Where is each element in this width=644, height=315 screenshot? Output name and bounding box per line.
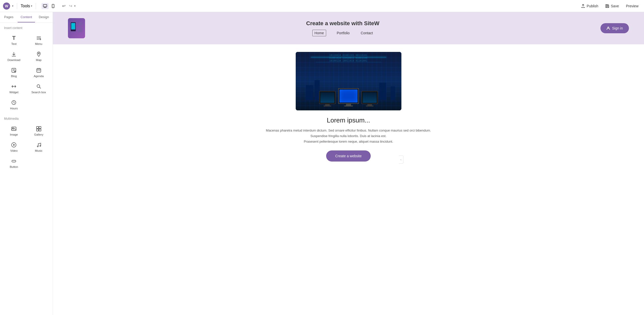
svg-point-23 (37, 85, 40, 87)
svg-rect-32 (36, 129, 39, 131)
text-label: Text (11, 42, 17, 45)
topbar-divider-2 (36, 3, 36, 9)
binary-overlay: 10110010 01001101 00110101 01001010 1101… (296, 54, 401, 62)
main-layout: Pages Content Design Insert content T Te… (0, 12, 644, 315)
topbar-right: Publish Save Preview (579, 3, 641, 9)
sidebar-item-map[interactable]: Map (27, 49, 51, 64)
site-content-title: Lorem ipsum... (327, 116, 370, 124)
tools-label: Tools (21, 4, 30, 8)
tab-content[interactable]: Content (18, 12, 35, 22)
nav-link-contact[interactable]: Contact (360, 30, 373, 36)
save-icon (605, 4, 609, 8)
svg-point-36 (37, 146, 38, 147)
sidebar-item-image[interactable]: Image (2, 123, 26, 139)
site-body: 10110010 01001101 00110101 01001010 1101… (53, 44, 644, 177)
menu-icon (36, 35, 42, 41)
insert-content-grid: T Text Menu Download Map Blog (0, 32, 53, 113)
sidebar-item-gallery[interactable]: Gallery (27, 123, 51, 139)
tools-menu[interactable]: Tools ▾ (21, 4, 32, 8)
site-title: Create a website with SiteW (85, 20, 600, 27)
sidebar-item-music[interactable]: Music (27, 140, 51, 155)
blog-label: Blog (11, 75, 17, 78)
gallery-label: Gallery (34, 133, 43, 136)
music-label: Music (35, 149, 43, 152)
topbar-divider-1 (17, 3, 17, 9)
gallery-icon (36, 126, 42, 132)
tech-image-bg: 10110010 01001101 00110101 01001010 1101… (296, 52, 401, 110)
sidebar-item-button[interactable]: Button (2, 156, 26, 171)
svg-rect-31 (39, 127, 41, 129)
video-icon (11, 142, 17, 148)
topbar: W ▾ Tools ▾ ↩ ↪ ▾ Publish Save Preview (0, 0, 644, 12)
sidebar-item-download[interactable]: Download (2, 49, 26, 64)
svg-point-37 (40, 145, 41, 146)
brand-logo[interactable]: W ▾ (3, 3, 13, 10)
sidebar-item-searchbox[interactable]: Search box (27, 81, 51, 96)
redo-button[interactable]: ↪ (67, 3, 74, 9)
hours-label: Hours (10, 107, 18, 110)
svg-text:11010: 11010 (71, 27, 75, 28)
download-icon (11, 51, 17, 57)
sidebar-item-text[interactable]: T Text (2, 33, 26, 48)
preview-button[interactable]: Preview (623, 3, 641, 9)
tab-design[interactable]: Design (35, 12, 53, 22)
text-icon: T (12, 35, 16, 41)
svg-point-5 (53, 7, 54, 7)
button-label: Button (10, 165, 18, 168)
blog-icon (11, 68, 17, 73)
sidebar-item-menu[interactable]: Menu (27, 33, 51, 48)
sidebar-item-agenda[interactable]: Agenda (27, 65, 51, 80)
brand-dropdown-icon: ▾ (12, 5, 13, 7)
image-label: Image (10, 133, 18, 136)
svg-point-11 (38, 53, 39, 54)
signin-button[interactable]: Sign in (600, 23, 629, 33)
download-label: Download (8, 58, 20, 61)
svg-rect-16 (37, 69, 41, 72)
nav-link-home[interactable]: Home (312, 30, 326, 36)
sidebar-tabs: Pages Content Design (0, 12, 53, 23)
history-icons-group: ↩ ↪ ▾ (61, 3, 75, 9)
agenda-label: Agenda (34, 75, 44, 78)
svg-rect-38 (12, 160, 16, 162)
hours-icon (11, 100, 17, 105)
publish-button[interactable]: Publish (579, 3, 601, 9)
svg-line-27 (14, 103, 15, 103)
publish-icon (581, 4, 585, 8)
mobile-device-icon[interactable] (50, 3, 57, 9)
site-logo: 10110 01001 11010 (68, 18, 85, 38)
logo-svg: 10110 01001 11010 (68, 18, 85, 38)
multimedia-grid: Image Gallery Video Music Button (0, 122, 53, 172)
history-dropdown-icon[interactable]: ▾ (74, 5, 75, 7)
sidebar-item-widget[interactable]: Widget (2, 81, 26, 96)
tab-pages[interactable]: Pages (0, 12, 18, 22)
widget-icon (11, 84, 17, 89)
svg-text:01001: 01001 (71, 25, 75, 26)
sidebar-item-video[interactable]: Video (2, 140, 26, 155)
image-icon (11, 126, 17, 132)
device-icons-group (42, 3, 57, 9)
cta-button[interactable]: Create a website (326, 150, 371, 162)
map-icon (36, 51, 42, 57)
sidebar: Pages Content Design Insert content T Te… (0, 12, 53, 315)
tools-dropdown-icon: ▾ (31, 5, 32, 7)
website-preview: 10110 01001 11010 Create a website with … (53, 12, 644, 315)
sidebar-item-hours[interactable]: Hours (2, 97, 26, 112)
undo-button[interactable]: ↩ (61, 3, 67, 9)
svg-point-9 (40, 39, 41, 40)
sidebar-item-blog[interactable]: Blog (2, 65, 26, 80)
save-button[interactable]: Save (603, 3, 621, 9)
site-content-text: Macenas pharetra metud interdum dictum. … (266, 128, 431, 144)
svg-text:10110: 10110 (71, 24, 75, 25)
nav-link-portfolio[interactable]: Portfolio (336, 30, 350, 36)
svg-marker-35 (13, 144, 15, 146)
canvas-area: ‹ 10110 (53, 12, 644, 315)
collapse-sidebar-button[interactable]: ‹ (399, 155, 403, 164)
searchbox-icon (36, 84, 42, 89)
music-icon (36, 142, 42, 148)
svg-point-15 (14, 71, 15, 72)
site-hero-image: 10110010 01001101 00110101 01001010 1101… (296, 52, 401, 110)
desktop-device-icon[interactable] (42, 3, 49, 9)
video-label: Video (10, 149, 18, 152)
agenda-icon (36, 68, 42, 73)
site-nav-title: Create a website with SiteW Home Portfol… (85, 20, 600, 36)
